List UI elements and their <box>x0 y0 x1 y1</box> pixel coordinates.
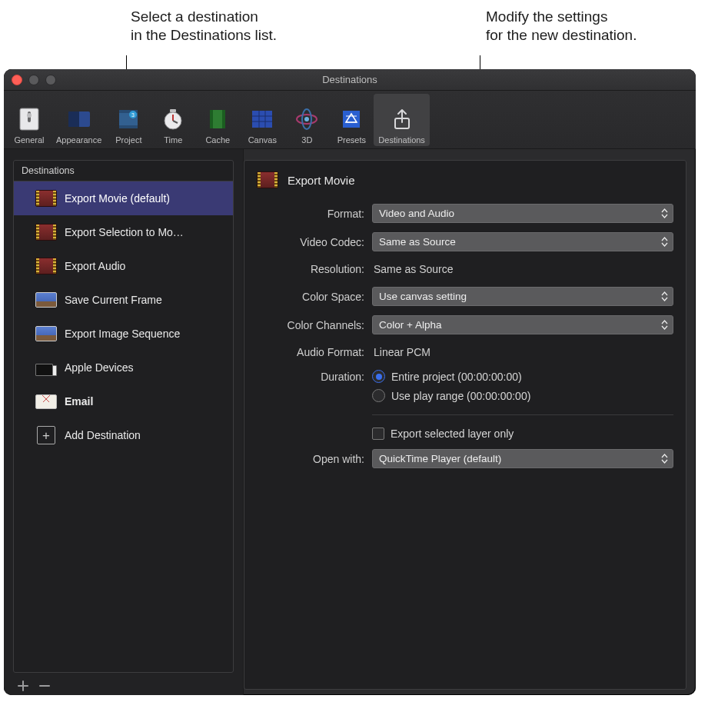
sidebar-item-label: Add Destination <box>65 429 141 441</box>
destinations-list: Export Movie (default) Export Selection … <box>14 181 233 672</box>
canvas-icon <box>248 105 276 133</box>
duration-entire-radio[interactable]: Entire project (00:00:00:00) <box>372 370 673 383</box>
sidebar: Destinations Export Movie (default) Expo… <box>4 149 244 695</box>
label-color-channels: Color Channels: <box>257 319 372 331</box>
open-with-dropdown[interactable]: QuickTime Player (default) <box>372 449 673 468</box>
sidebar-item-image-sequence[interactable]: Export Image Sequence <box>14 317 233 351</box>
radio-label: Entire project (00:00:00:00) <box>391 371 522 383</box>
dropdown-value: Use canvas setting <box>379 291 467 302</box>
sidebar-footer <box>4 673 243 695</box>
row-resolution: Resolution: Same as Source <box>257 261 673 278</box>
sidebar-item-email[interactable]: Email <box>14 384 233 418</box>
film-icon <box>257 171 278 188</box>
tab-label: General <box>14 135 44 145</box>
svg-rect-4 <box>68 111 79 127</box>
dropdown-value: Same as Source <box>379 236 456 248</box>
titlebar: Destinations <box>4 69 696 91</box>
main-panel: Export Movie Format: Video and Audio <box>244 149 696 695</box>
dropdown-value: Color + Alpha <box>379 319 441 331</box>
divider <box>372 414 673 415</box>
tab-label: Canvas <box>248 135 277 145</box>
color-space-dropdown[interactable]: Use canvas setting <box>372 287 673 306</box>
radio-icon <box>372 389 385 402</box>
remove-button[interactable] <box>39 680 50 691</box>
sidebar-item-export-selection[interactable]: Export Selection to Mo… <box>14 215 233 249</box>
sidebar-item-save-frame[interactable]: Save Current Frame <box>14 283 233 317</box>
devices-icon <box>35 359 57 376</box>
tab-appearance[interactable]: Appearance <box>52 94 106 146</box>
label-color-space: Color Space: <box>257 291 372 303</box>
tab-time[interactable]: Time <box>151 94 195 146</box>
film-icon <box>35 190 57 207</box>
checkbox-label: Export selected layer only <box>391 428 514 440</box>
sidebar-item-add-destination[interactable]: + Add Destination <box>14 418 233 452</box>
presets-icon <box>337 105 365 133</box>
callout-left-line1: Select a destination in the Destinations… <box>131 8 277 43</box>
export-selected-checkbox[interactable]: Export selected layer only <box>372 428 673 440</box>
sidebar-item-apple-devices[interactable]: Apple Devices <box>14 351 233 384</box>
color-channels-dropdown[interactable]: Color + Alpha <box>372 315 673 334</box>
callout-left: Select a destination in the Destinations… <box>131 8 277 45</box>
window-title: Destinations <box>4 74 696 85</box>
duration-playrange-radio[interactable]: Use play range (00:00:00:00) <box>372 389 673 402</box>
photo-icon <box>35 291 57 308</box>
svg-rect-17 <box>252 111 272 128</box>
time-icon <box>159 105 187 133</box>
tab-label: Cache <box>205 135 230 145</box>
three-d-icon <box>293 105 321 133</box>
settings-form: Format: Video and Audio <box>257 204 673 468</box>
cache-icon <box>204 105 231 133</box>
sidebar-item-label: Email <box>65 395 93 408</box>
window-body: Destinations Export Movie (default) Expo… <box>4 149 696 695</box>
sidebar-header: Destinations <box>14 161 233 181</box>
tab-cache[interactable]: Cache <box>195 94 240 146</box>
tab-canvas[interactable]: Canvas <box>240 94 284 146</box>
film-icon <box>35 224 57 241</box>
label-audio-format: Audio Format: <box>257 346 372 358</box>
toolbar: General Appearance 3 Project Time Cache <box>4 91 696 149</box>
sidebar-item-label: Export Image Sequence <box>65 328 180 340</box>
row-color-space: Color Space: Use canvas setting <box>257 287 673 306</box>
format-dropdown[interactable]: Video and Audio <box>372 204 673 223</box>
tab-3d[interactable]: 3D <box>284 94 329 146</box>
label-open-with: Open with: <box>257 453 372 465</box>
panel-title: Export Movie <box>288 174 355 187</box>
sidebar-item-export-movie[interactable]: Export Movie (default) <box>14 181 233 215</box>
svg-rect-11 <box>170 109 176 112</box>
callouts: Select a destination in the Destinations… <box>0 0 728 69</box>
svg-text:3: 3 <box>131 112 135 118</box>
sidebar-item-label: Apple Devices <box>65 361 134 374</box>
dropdown-value: QuickTime Player (default) <box>379 453 501 464</box>
film-icon <box>35 258 57 274</box>
dropdown-value: Video and Audio <box>379 208 454 219</box>
tab-general[interactable]: General <box>7 94 52 146</box>
chevron-updown-icon <box>661 208 668 218</box>
destinations-panel: Destinations Export Movie (default) Expo… <box>13 160 234 673</box>
row-format: Format: Video and Audio <box>257 204 673 223</box>
label-resolution: Resolution: <box>257 263 372 275</box>
chevron-updown-icon <box>661 291 668 301</box>
callout-right-text: Modify the settings for the new destinat… <box>486 8 637 43</box>
tab-destinations[interactable]: Destinations <box>374 94 430 146</box>
project-icon: 3 <box>115 105 142 133</box>
label-format: Format: <box>257 208 372 220</box>
tab-label: Appearance <box>56 135 101 145</box>
tab-project[interactable]: 3 Project <box>106 94 151 146</box>
sidebar-item-export-audio[interactable]: Export Audio <box>14 249 233 283</box>
tab-presets[interactable]: Presets <box>329 94 374 146</box>
plus-box-icon: + <box>35 427 57 444</box>
tab-label: Time <box>164 135 182 145</box>
callout-right: Modify the settings for the new destinat… <box>486 8 637 45</box>
photo-icon <box>35 325 57 342</box>
svg-rect-15 <box>210 110 213 128</box>
video-codec-dropdown[interactable]: Same as Source <box>372 232 673 251</box>
add-button[interactable] <box>18 680 28 691</box>
sidebar-item-label: Export Selection to Mo… <box>65 226 184 238</box>
sidebar-item-label: Save Current Frame <box>65 294 162 306</box>
label-duration: Duration: <box>257 370 372 383</box>
row-export-selected: Export selected layer only <box>257 428 673 440</box>
chevron-updown-icon <box>661 237 668 247</box>
destinations-icon <box>388 105 416 133</box>
row-color-channels: Color Channels: Color + Alpha <box>257 315 673 334</box>
settings-panel: Export Movie Format: Video and Audio <box>244 160 686 690</box>
